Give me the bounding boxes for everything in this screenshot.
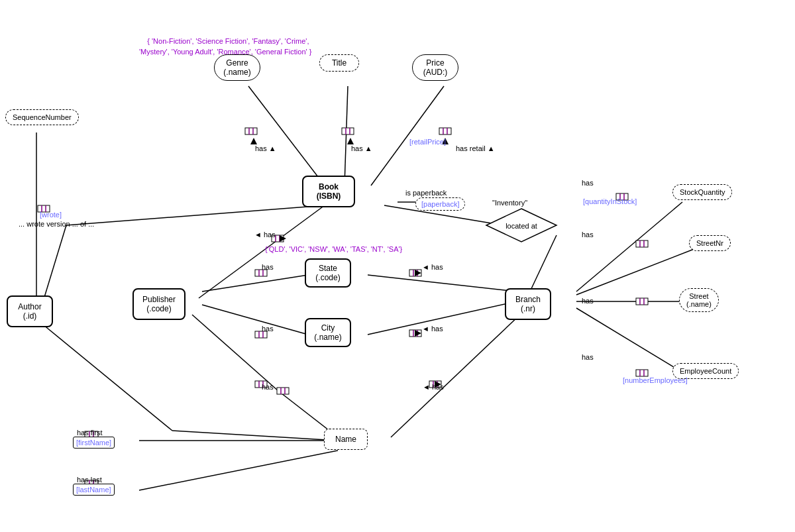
svg-rect-58 (409, 330, 421, 337)
svg-line-2 (371, 86, 444, 186)
svg-rect-55 (409, 270, 421, 276)
svg-marker-87 (415, 330, 421, 337)
stock-quantity-node: StockQuantity (672, 184, 732, 200)
price-node: Price (AUD:) (412, 54, 458, 81)
has-street-nr-label: has (582, 231, 594, 239)
has-genre-label: has ▲ (255, 144, 276, 152)
is-paperback-label: is paperback (405, 189, 447, 197)
wrote-version-label: ... wrote version ... of ... (19, 220, 94, 228)
sequence-number-node: SequenceNumber (5, 109, 79, 125)
publisher-has-city-label: has (262, 325, 274, 333)
svg-line-0 (248, 86, 325, 186)
svg-marker-85 (280, 235, 286, 242)
svg-rect-31 (439, 128, 451, 134)
svg-line-1 (344, 86, 348, 186)
name-node: Name (324, 429, 368, 450)
publisher-node: Publisher (.code) (132, 288, 186, 320)
first-name-attr: [firstName] (73, 437, 115, 449)
svg-line-24 (576, 308, 686, 374)
diagram-lines (0, 0, 795, 532)
svg-rect-61 (277, 388, 289, 394)
svg-line-4 (66, 205, 325, 225)
has-title-label: has ▲ (351, 144, 372, 152)
svg-line-10 (139, 451, 338, 490)
publisher-has-name-label: has (262, 383, 274, 391)
retail-price-label: [retailPrice] (409, 138, 446, 146)
svg-rect-43 (636, 370, 648, 376)
svg-rect-25 (245, 128, 257, 134)
svg-rect-40 (636, 298, 648, 305)
branch-has-city-label: ◄ has (422, 325, 443, 333)
svg-line-8 (172, 431, 338, 441)
svg-line-5 (43, 225, 66, 301)
states-annotation: {'QLD', 'VIC', 'NSW', 'WA', 'TAS', 'NT',… (265, 245, 402, 253)
genre-node: Genre (.name) (214, 54, 260, 81)
located-at-label: located at (505, 222, 537, 230)
wrote-label: [wrote] (40, 211, 62, 219)
inventory-label: "Inventory" (492, 199, 527, 207)
quantity-in-stock-label: [quantityInStock] (583, 197, 637, 205)
paperback-attr: [paperback] (415, 197, 465, 211)
svg-line-7 (43, 325, 172, 431)
author-node: Author (.id) (7, 295, 53, 327)
number-employees-label: [numberEmployees] (623, 376, 688, 384)
svg-marker-86 (415, 270, 421, 276)
last-name-attr: [lastName] (73, 484, 115, 496)
svg-rect-37 (636, 240, 648, 247)
svg-rect-28 (342, 128, 354, 134)
branch-has-name-label: ◄ has (423, 383, 444, 391)
svg-line-21 (576, 202, 682, 292)
svg-line-18 (368, 275, 517, 292)
title-node: Title (319, 54, 359, 72)
state-node: State (.code) (305, 258, 351, 288)
located-at-node: located at (485, 207, 558, 244)
svg-line-13 (202, 305, 308, 335)
branch-has-state-label: ◄ has (422, 263, 443, 271)
svg-marker-83 (347, 138, 354, 144)
has-publisher-label: ◄ has (254, 231, 276, 239)
svg-line-22 (576, 248, 696, 295)
svg-line-12 (202, 275, 308, 292)
has-street-label: has (582, 297, 594, 305)
publisher-has-state-label: has (262, 263, 274, 271)
first-name-label: has first (77, 429, 103, 437)
street-nr-node: StreetNr (689, 235, 731, 251)
branch-node: Branch (.nr) (505, 288, 551, 320)
has-retail-label: has retail ▲ (456, 144, 495, 152)
city-node: City (.name) (305, 318, 351, 347)
has-stock-label: has (582, 179, 594, 187)
book-node: Book (ISBN) (302, 176, 355, 207)
svg-line-20 (391, 315, 520, 437)
er-diagram: { 'Non-Fiction', 'Science Fiction', 'Fan… (0, 0, 795, 532)
has-employee-label: has (582, 353, 594, 361)
street-node: Street (.name) (679, 288, 719, 312)
last-name-label: has last (77, 476, 102, 484)
svg-marker-82 (250, 138, 257, 144)
